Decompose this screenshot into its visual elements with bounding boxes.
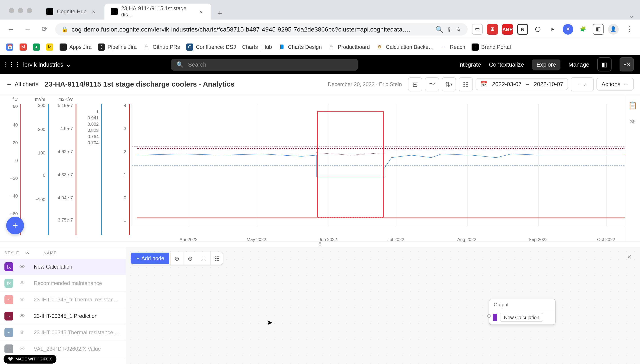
series-row[interactable]: ~ 👁 23-IHT-00345_tr Thermal resistance t… — [0, 292, 126, 308]
star-icon[interactable]: ☆ — [456, 26, 461, 33]
user-avatar[interactable]: ES — [619, 57, 634, 72]
search-in-page-icon[interactable]: 🔍 — [436, 26, 443, 33]
nodes-icon[interactable]: ⚛ — [629, 118, 636, 126]
ext-icon[interactable]: ⊞ — [487, 24, 498, 34]
search-input[interactable]: 🔍 Search — [171, 58, 358, 70]
settings-icon[interactable]: ☷ — [210, 252, 223, 264]
traffic-light-close[interactable] — [9, 8, 14, 13]
bookmark[interactable]: 📅 — [6, 43, 13, 50]
reload-button[interactable]: ⟳ — [38, 23, 51, 35]
close-icon[interactable]: × — [92, 8, 98, 15]
address-toolbar: ← → ⟳ 🔒 cog-demo.fusion.cognite.com/lerv… — [0, 20, 640, 39]
ext-icon[interactable]: ✳ — [563, 24, 573, 34]
share-icon[interactable]: ⇪ — [447, 26, 452, 33]
visibility-toggle[interactable]: 👁 — [20, 264, 28, 270]
series-row[interactable]: fx 👁 New Calculation — [0, 259, 126, 275]
bookmark[interactable]: 🗀Productboard — [328, 43, 370, 50]
visibility-toggle[interactable]: 👁 — [20, 330, 28, 336]
tab-label: Cognite Hub — [57, 8, 86, 15]
nav-manage[interactable]: Manage — [568, 61, 589, 68]
zoom-in-icon[interactable]: ⊕ — [170, 252, 183, 264]
style-swatch[interactable]: fx — [5, 262, 13, 271]
traffic-light-min[interactable] — [18, 8, 23, 13]
visibility-toggle[interactable]: 👁 — [20, 280, 28, 286]
series-name: 23-IHT-00345_1 Prediction — [34, 313, 121, 319]
bookmark[interactable]: ⋮Apps Jira — [60, 43, 92, 50]
node-canvas[interactable]: + Add node ⊕ ⊖ ⛶ ☷ × Output New Calculat… — [126, 247, 640, 364]
style-swatch[interactable]: ~ — [5, 344, 13, 353]
style-swatch[interactable]: ~ — [5, 295, 13, 304]
bookmark[interactable]: M — [20, 43, 27, 50]
lock-icon: 🔒 — [61, 26, 68, 32]
ext-icon[interactable]: ▸ — [548, 24, 558, 34]
visibility-toggle[interactable]: 👁 — [20, 313, 28, 319]
sort-icon[interactable]: ⇅ ▾ — [442, 77, 456, 91]
close-icon[interactable]: × — [199, 8, 205, 15]
address-bar[interactable]: 🔒 cog-demo.fusion.cognite.com/lervik-ind… — [55, 23, 468, 35]
date-range-picker[interactable]: 📅 2022-03-07 – 2022-10-07 — [476, 78, 568, 90]
panel-splitter[interactable]: ⠿ — [0, 242, 640, 247]
nav-contextualize[interactable]: Contextualize — [489, 61, 524, 68]
bookmark[interactable]: Charts | Hub — [242, 44, 272, 50]
visibility-toggle[interactable]: 👁 — [20, 296, 28, 303]
output-node[interactable]: Output New Calculation — [489, 299, 556, 325]
style-swatch[interactable]: ~ — [5, 312, 13, 320]
ext-icon[interactable]: ◯ — [532, 24, 543, 34]
project-selector[interactable]: lervik-industries ⌄ — [23, 61, 71, 68]
clipboard-icon[interactable]: 📋 — [628, 101, 637, 110]
page-meta: December 20, 2022 · Eric Stein — [328, 81, 402, 87]
nav-explore[interactable]: Explore — [532, 59, 560, 70]
close-panel-button[interactable]: × — [624, 252, 635, 262]
bookmark[interactable]: 🗀Github PRs — [143, 43, 180, 50]
actions-button[interactable]: Actions ⋯ — [597, 78, 634, 90]
zoom-out-icon[interactable]: ⊖ — [184, 252, 196, 264]
chevron-down-icon[interactable]: ⌄ — [629, 11, 640, 20]
bookmark[interactable]: M — [46, 43, 53, 50]
style-swatch[interactable]: fx — [5, 279, 13, 288]
menu-icon[interactable]: ⋮ — [623, 23, 635, 35]
add-node-button[interactable]: + Add node — [131, 252, 169, 264]
unit-select[interactable]: - ⌄ — [571, 77, 594, 91]
bookmark[interactable]: ⋯Reach — [440, 43, 465, 50]
bookmark[interactable]: ⋮Pipeline Jira — [98, 43, 137, 50]
node-input-port[interactable] — [487, 314, 491, 318]
series-name: VAL_23-PDT-92602:X.Value — [34, 346, 121, 352]
bookmark[interactable]: ⋮Brand Portal — [472, 43, 511, 50]
mouse-cursor-icon: ➤ — [267, 318, 273, 327]
back-link[interactable]: ← All charts — [6, 81, 39, 88]
panel-icon[interactable]: ◧ — [597, 57, 611, 72]
profile-avatar[interactable]: 👤 — [608, 24, 619, 34]
bookmark[interactable]: 📘Charts Design — [278, 43, 322, 50]
grid-view-icon[interactable]: ⊞ — [408, 77, 422, 91]
series-row[interactable]: ~ 👁 23-IHT-00345 Thermal resistance hist… — [0, 324, 126, 341]
bookmark[interactable]: CConfluence: DSJ — [186, 43, 236, 50]
bookmark[interactable]: ▲ — [33, 43, 40, 50]
sidepanel-icon[interactable]: ◧ — [593, 24, 603, 34]
ext-icon[interactable]: ABP — [502, 24, 513, 34]
visibility-toggle[interactable]: 👁 — [20, 346, 28, 352]
nav-integrate[interactable]: Integrate — [458, 61, 481, 68]
forward-button[interactable]: → — [21, 23, 34, 35]
back-button[interactable]: ← — [5, 23, 17, 35]
traffic-light-max[interactable] — [27, 8, 32, 13]
series-name: 23-IHT-00345_tr Thermal resistance thres… — [34, 296, 121, 303]
app-logo-icon[interactable]: ⋮⋮⋮ — [6, 59, 17, 70]
add-fab-button[interactable]: + — [6, 216, 24, 234]
browser-tab[interactable]: ⋮⋮ Cognite Hub × — [40, 4, 104, 20]
style-swatch[interactable]: ~ — [5, 328, 13, 337]
browser-tab[interactable]: ⋮⋮ 23-HA-9114/9115 1st stage dis... × — [104, 4, 211, 20]
new-tab-button[interactable]: + — [214, 7, 226, 20]
bookmark[interactable]: ⚙Calculation Backe… — [376, 43, 434, 50]
settings-icon[interactable]: ☷ — [459, 77, 473, 91]
series-row[interactable]: fx 👁 Recommended maintenance — [0, 275, 126, 292]
line-chart-icon[interactable]: 〜 — [425, 77, 439, 91]
arrow-left-icon: ← — [6, 81, 12, 88]
plot-area[interactable] — [132, 104, 631, 226]
extensions-icon[interactable]: 🧩 — [578, 24, 588, 34]
ext-icon[interactable]: ▭ — [472, 24, 483, 34]
fit-icon[interactable]: ⛶ — [197, 252, 209, 264]
node-value: New Calculation — [500, 313, 543, 322]
ext-icon[interactable]: N — [517, 24, 528, 34]
series-row[interactable]: ~ 👁 23-IHT-00345_1 Prediction — [0, 308, 126, 324]
chevron-down-icon: ⌄ — [583, 82, 586, 86]
